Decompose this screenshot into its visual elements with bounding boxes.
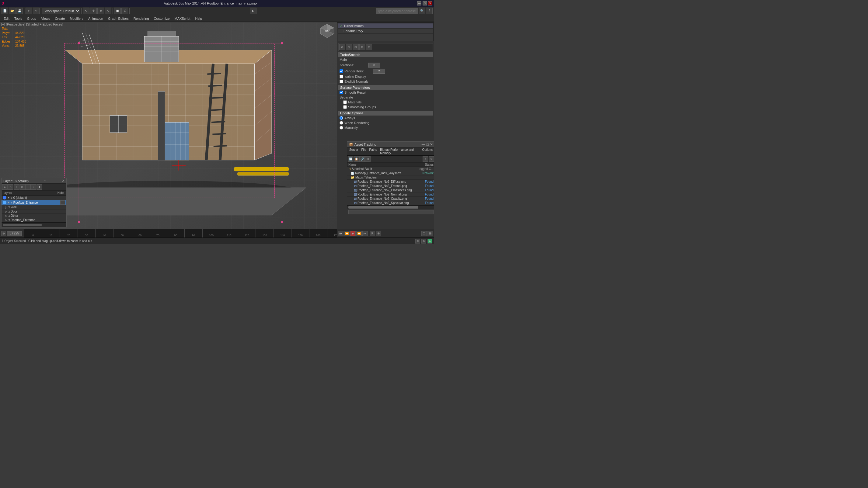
layers-panel-close[interactable]: ✕ [62,179,64,183]
at-item-fresnel[interactable]: 🖼 Rooftop_Entrance_No2_Fresnel.png Found [347,184,434,188]
menu-views[interactable]: Views [39,16,52,21]
layer-tool-5[interactable]: ↑ [25,184,31,190]
at-minimize-btn[interactable]: — [422,142,425,147]
layer-item-0[interactable]: ▼ ≡ 0 (default) [2,196,66,200]
surface-params-section[interactable]: Surface Parameters [338,85,433,90]
smooth-result-checkbox[interactable] [340,91,343,94]
key-mode-button[interactable]: K [370,231,375,236]
rotate-button[interactable]: ↻ [97,8,104,14]
at-item-glossiness[interactable]: 🖼 Rooftop_Entrance_No2_Glossiness.png Fo… [347,188,434,192]
frame-input[interactable] [7,231,22,236]
always-radio[interactable] [340,116,343,120]
render-button[interactable]: ▶ [250,8,256,14]
stack-item-turbosmooth[interactable]: ✓ TurboSmooth [338,24,433,29]
workspace-dropdown[interactable]: Workspace: Default [42,8,80,14]
at-item-maps-folder[interactable]: 📁 Maps / Shaders [347,175,434,180]
param-icon-scale[interactable]: ⊡ [352,44,359,50]
when-rendering-radio[interactable] [340,121,343,125]
menu-rendering[interactable]: Rendering [131,16,152,21]
menu-maxscript[interactable]: MAXScript [172,16,193,21]
layer-hide-btn-1[interactable] [60,200,65,205]
at-menu-options[interactable]: Options [421,148,434,155]
at-menu-bitmap[interactable]: Bitmap Performance and Memory [378,148,421,155]
at-horizontal-scrollbar[interactable] [347,205,434,209]
layer-tool-1[interactable]: ★ [2,184,8,190]
scale-button[interactable]: ⤡ [105,8,111,14]
layer-item-2[interactable]: ▷ □ Wall [2,205,66,209]
layer-tool-7[interactable]: ⬆ [37,184,42,190]
close-button[interactable]: ✕ [428,1,432,5]
new-button[interactable]: 📄 [2,8,8,14]
layer-expand-5[interactable]: ▷ [5,219,7,222]
at-item-max[interactable]: 📄 Rooftop_Entrance_max_vray.max Network [347,171,434,175]
menu-graph-editors[interactable]: Graph Editors [105,16,131,21]
menu-modifiers[interactable]: Modifiers [67,16,86,21]
param-icon-rot[interactable]: ⊙ [346,44,352,50]
set-key-button[interactable]: ⊕ [376,231,381,236]
at-close-btn[interactable]: ✕ [430,142,433,147]
filter-button[interactable]: ⊞ [428,231,433,236]
stack-item-editable-poly[interactable]: ✓ Editable Poly [338,29,433,34]
at-tool-3[interactable]: 🔗 [359,156,365,162]
minimize-button[interactable]: — [417,1,422,5]
layer-tool-6[interactable]: ↓ [31,184,36,190]
at-tool-2[interactable]: 📋 [353,156,359,162]
search-input[interactable] [376,8,418,14]
help-button[interactable]: ? [426,8,433,14]
at-tool-4[interactable]: ⊞ [365,156,371,162]
at-item-opacity[interactable]: 🖼 Rooftop_Entrance_No2_Opacity.png Found [347,197,434,201]
manually-radio[interactable] [340,126,343,130]
layer-expand-0[interactable]: ▼ [7,196,10,199]
render-iters-checkbox[interactable] [340,69,343,73]
layer-tool-2[interactable]: ✕ [8,184,13,190]
menu-edit[interactable]: Edit [1,16,12,21]
isoline-checkbox[interactable] [340,75,343,78]
timeline-arrow-icon[interactable]: ⊙ [1,231,6,236]
materials-checkbox[interactable] [343,100,347,104]
menu-help[interactable]: Help [193,16,205,21]
menu-customize[interactable]: Customize [152,16,172,21]
time-config-button[interactable]: ⏲ [422,231,427,236]
layer-item-5[interactable]: ▷ □ Rooftop_Entrance [2,218,66,222]
move-button[interactable]: ✛ [90,8,97,14]
select-button[interactable]: ↖ [83,8,89,14]
at-item-vault[interactable]: ⊙ Autodesk Vault Logged C... [347,167,434,171]
save-button[interactable]: 💾 [16,8,23,14]
at-menu-file[interactable]: File [360,148,368,155]
at-item-diffuse[interactable]: 🖼 Rooftop_Entrance_No2_Diffuse.png Found [347,180,434,184]
layer-expand-4[interactable]: ▷ [5,214,7,218]
render-iters-input[interactable] [373,69,385,73]
param-icon-move[interactable]: ⊕ [339,44,345,50]
search-button[interactable]: 🔍 [418,8,425,14]
next-frame-button[interactable]: ⏩ [356,231,362,236]
menu-group[interactable]: Group [25,16,39,21]
angle-snap-button[interactable]: ∠ [121,8,128,14]
layer-expand-2[interactable]: ▷ [5,206,7,209]
at-maximize-btn[interactable]: □ [427,142,429,147]
param-icon-hier[interactable]: ⊞ [359,44,365,50]
prev-frame-button[interactable]: ⏪ [344,231,349,236]
layer-tool-3[interactable]: + [14,184,19,190]
at-search-input[interactable] [348,210,434,214]
smoothing-checkbox[interactable] [343,105,347,109]
status-icon-2[interactable]: ⊕ [422,239,426,243]
turbosmooth-section[interactable]: TurboSmooth [338,52,433,57]
open-button[interactable]: 📂 [9,8,16,14]
maximize-button[interactable]: □ [423,1,427,5]
menu-tools[interactable]: Tools [12,16,25,21]
redo-button[interactable]: ↪ [33,8,39,14]
layers-scrollbar-thumb[interactable] [3,224,42,226]
layer-item-1[interactable]: ▼ ≡ Rooftop_Entrance [2,200,66,205]
layers-panel-help[interactable]: ? [44,179,46,183]
goto-start-button[interactable]: ⏮ [338,231,343,236]
at-menu-server[interactable]: Server [348,148,360,155]
layer-expand-3[interactable]: ▷ [5,210,7,213]
undo-button[interactable]: ↩ [26,8,32,14]
at-menu-paths[interactable]: Paths [368,148,379,155]
at-tool-5[interactable]: ↕ [423,156,428,162]
goto-end-button[interactable]: ⏭ [362,231,368,236]
status-icon-3[interactable]: ▶ [428,239,432,243]
layer-item-3[interactable]: ▷ □ Door [2,209,66,214]
update-options-section[interactable]: Update Options [338,111,433,116]
at-tool-1[interactable]: 🔄 [348,156,353,162]
